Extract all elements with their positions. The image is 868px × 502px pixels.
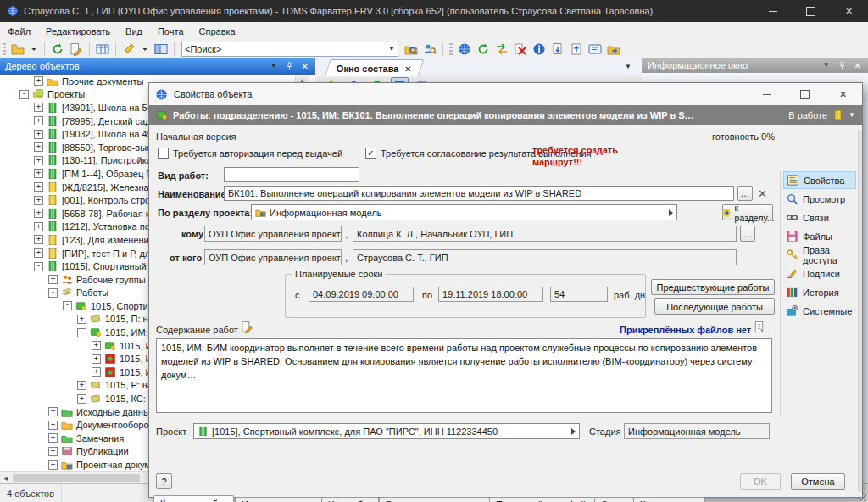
maximize-button[interactable] bbox=[792, 0, 830, 22]
content-textarea[interactable]: 1015, ИМ: БИМ координатор выполняет в те… bbox=[156, 338, 772, 413]
pin-icon[interactable] bbox=[285, 62, 294, 71]
panel-close-icon[interactable]: ✕ bbox=[854, 61, 861, 70]
sidebar-item-props[interactable]: Свойства bbox=[783, 171, 856, 189]
dialog-maximize-button[interactable] bbox=[786, 83, 824, 105]
from-person-field[interactable]: Страусова С. Т., ГИП bbox=[353, 249, 737, 265]
expand-icon[interactable]: + bbox=[34, 103, 43, 112]
date-to-field[interactable]: 19.11.2019 18:00:00 bbox=[438, 287, 543, 302]
message-button[interactable] bbox=[586, 41, 604, 58]
minimize-button[interactable] bbox=[754, 0, 792, 22]
expand-icon[interactable]: + bbox=[48, 421, 58, 430]
stage-field[interactable]: Информационная модель bbox=[624, 423, 770, 439]
cancel-button[interactable]: Отмена bbox=[791, 473, 845, 490]
expand-icon[interactable]: + bbox=[77, 381, 86, 390]
search-dropdown-icon[interactable]: ▼ bbox=[388, 46, 395, 53]
expand-icon[interactable]: + bbox=[77, 315, 86, 324]
expand-icon[interactable]: + bbox=[92, 341, 101, 350]
dialog-close-button[interactable]: ✕ bbox=[824, 83, 862, 105]
menu-item[interactable]: Справка bbox=[192, 25, 243, 38]
sidebar-item-sign[interactable]: Подписи bbox=[783, 265, 856, 282]
dialog-tab[interactable]: Прикреплённые файлы bbox=[489, 497, 605, 502]
sidebar-item-files[interactable]: Файлы bbox=[783, 227, 856, 245]
expand-icon[interactable]: + bbox=[48, 407, 58, 416]
folder-export-button[interactable] bbox=[604, 41, 623, 58]
from-org-field[interactable]: ОУП Офис управления проектами bbox=[204, 249, 342, 265]
expand-icon[interactable]: + bbox=[34, 156, 43, 165]
open-folder-button[interactable] bbox=[8, 41, 27, 58]
expand-icon[interactable]: + bbox=[48, 460, 58, 470]
name-field[interactable]: БК101. Выполнение операций копирования э… bbox=[224, 186, 734, 201]
next-works-button[interactable]: Последующие работы bbox=[654, 298, 775, 315]
expand-icon[interactable]: + bbox=[92, 367, 101, 376]
caret-down-button[interactable] bbox=[27, 43, 41, 55]
panel-menu-icon[interactable]: ▼ bbox=[823, 62, 830, 69]
caret-down-button[interactable] bbox=[138, 43, 152, 55]
expand-icon[interactable]: + bbox=[34, 196, 43, 205]
search-input[interactable]: <Поиск>▼ bbox=[181, 42, 398, 57]
sidebar-item-links[interactable]: Связи bbox=[783, 209, 856, 226]
to-org-field[interactable]: ОУП Офис управления проектами bbox=[204, 226, 342, 242]
upload-button[interactable] bbox=[567, 41, 586, 58]
to-browse-button[interactable]: … bbox=[740, 226, 755, 242]
expand-icon[interactable]: + bbox=[34, 248, 43, 258]
expand-icon[interactable]: + bbox=[34, 209, 43, 218]
combo-open-icon[interactable] bbox=[571, 428, 576, 435]
sidebar-item-search[interactable]: Просмотр bbox=[783, 190, 856, 208]
section-combo[interactable]: Информационная модель bbox=[251, 204, 677, 220]
expand-icon[interactable]: + bbox=[34, 235, 43, 244]
dialog-tab[interactable]: Карточка работ bbox=[153, 495, 234, 502]
edit-content-icon[interactable] bbox=[241, 321, 253, 333]
tab-compose-window[interactable]: Окно состава ✕ bbox=[325, 59, 425, 77]
pin-icon[interactable] bbox=[837, 61, 847, 70]
menu-item[interactable]: Файл bbox=[0, 25, 38, 38]
menu-item[interactable]: Вид bbox=[118, 25, 150, 38]
dialog-tab[interactable]: Ход работ bbox=[321, 497, 379, 502]
date-from-field[interactable]: 04.09.2019 09:00:00 bbox=[309, 287, 414, 302]
attached-files-icon[interactable] bbox=[753, 321, 765, 333]
name-browse-button[interactable]: … bbox=[737, 186, 753, 201]
transfer-button[interactable] bbox=[492, 41, 511, 58]
expand-icon[interactable]: + bbox=[34, 76, 43, 86]
sidebar-item-access[interactable]: Права доступа bbox=[783, 246, 856, 264]
globe-button[interactable] bbox=[455, 41, 474, 58]
to-section-button[interactable]: к разделу... bbox=[722, 204, 773, 220]
layout-button[interactable] bbox=[152, 41, 170, 58]
to-person-field[interactable]: Колпица К. Л., Начальник ОУП, ГИП bbox=[353, 226, 737, 242]
dialog-tab[interactable]: Результат выполнения bbox=[379, 497, 490, 502]
table-button[interactable] bbox=[93, 41, 112, 58]
dialog-tab[interactable]: Комментарии bbox=[633, 497, 705, 502]
project-combo[interactable]: [1015], Спортивный комплекс, для ПАО "ПИ… bbox=[193, 423, 580, 439]
collapse-icon[interactable]: - bbox=[34, 262, 43, 271]
pin-icon[interactable] bbox=[837, 60, 847, 71]
ok-button[interactable]: OK bbox=[740, 473, 781, 490]
expand-icon[interactable]: + bbox=[34, 142, 43, 152]
tab-list-icon[interactable]: ▼ bbox=[625, 64, 632, 70]
expand-icon[interactable]: + bbox=[34, 182, 43, 192]
expand-icon[interactable]: + bbox=[92, 354, 101, 364]
collapse-icon[interactable]: - bbox=[77, 328, 86, 337]
refresh-button[interactable] bbox=[474, 41, 492, 58]
user-search-button[interactable] bbox=[420, 41, 439, 58]
checkbox-authorization[interactable]: Требуется авторизация перед выдачей bbox=[158, 148, 342, 159]
menu-item[interactable]: Почта bbox=[150, 25, 192, 38]
combo-open-icon[interactable] bbox=[669, 209, 673, 216]
work-days-field[interactable]: 54 bbox=[550, 287, 608, 302]
panel-close-icon[interactable]: ✕ bbox=[302, 62, 309, 71]
expand-icon[interactable]: + bbox=[34, 169, 43, 178]
doc-arrow-button[interactable] bbox=[548, 41, 567, 58]
sidebar-item-history[interactable]: История bbox=[783, 283, 856, 301]
refresh-button[interactable] bbox=[48, 41, 67, 58]
expand-icon[interactable]: + bbox=[77, 394, 86, 404]
panel-menu-icon[interactable]: ▼ bbox=[270, 63, 277, 70]
sidebar-scrollbar[interactable] bbox=[858, 130, 862, 492]
folder-search-button[interactable] bbox=[402, 41, 420, 58]
collapse-icon[interactable]: - bbox=[19, 90, 29, 99]
name-clear-icon[interactable]: ✕ bbox=[758, 187, 767, 200]
menu-item[interactable]: Редактировать bbox=[38, 25, 118, 38]
dialog-minimize-button[interactable] bbox=[748, 83, 786, 105]
sidebar-item-system[interactable]: Системные bbox=[783, 302, 856, 320]
delete-button[interactable] bbox=[511, 41, 530, 58]
status-dropdown-icon[interactable]: ▼ bbox=[849, 112, 855, 119]
pen-button[interactable] bbox=[120, 41, 138, 58]
dialog-tab[interactable]: Связи bbox=[594, 497, 634, 502]
